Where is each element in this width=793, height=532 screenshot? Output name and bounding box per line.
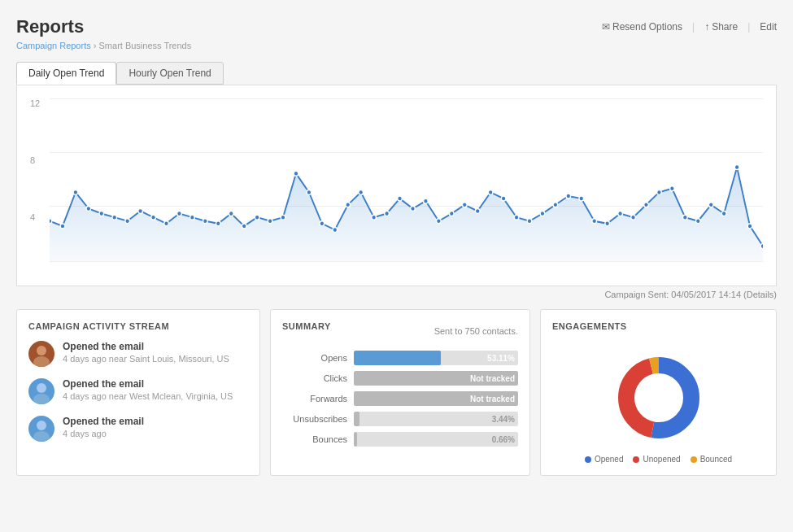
svg-point-59	[33, 394, 50, 404]
bar-track-clicks: Not tracked	[354, 371, 518, 386]
bar-value-opens: 53.11%	[487, 354, 515, 363]
tabs-container: Daily Open Trend Hourly Open Trend	[16, 62, 777, 85]
svg-point-26	[385, 211, 390, 216]
legend-bounced: Bounced	[691, 455, 732, 464]
summary-row-opens: Opens 53.11%	[282, 351, 518, 365]
svg-point-37	[527, 219, 532, 224]
share-icon: ↑	[704, 21, 709, 33]
chart-area: 12 8 4	[30, 98, 763, 277]
svg-point-16	[255, 215, 259, 220]
bottom-panels: CAMPAIGN ACTIVITY STREAM Opened the emai…	[16, 309, 777, 476]
svg-point-46	[644, 203, 649, 207]
y-axis: 12 8 4	[30, 98, 40, 277]
svg-point-31	[449, 211, 454, 216]
svg-point-52	[721, 211, 726, 216]
svg-point-12	[203, 219, 208, 224]
svg-point-18	[281, 215, 285, 220]
svg-point-56	[37, 346, 46, 355]
bar-fill-unsubscribes	[354, 412, 359, 426]
edit-button[interactable]: Edit	[760, 21, 777, 33]
donut-chart	[610, 349, 708, 447]
activity-list: Opened the email 4 days ago near Saint L…	[28, 341, 248, 453]
avatar-photo-icon	[28, 341, 54, 367]
activity-item-3: Opened the email 4 days ago	[28, 416, 248, 442]
svg-point-30	[437, 219, 442, 224]
svg-point-39	[553, 203, 558, 207]
svg-point-40	[566, 194, 571, 198]
svg-point-28	[411, 206, 416, 211]
bar-value-clicks: Not tracked	[470, 374, 515, 383]
activity-panel: CAMPAIGN ACTIVITY STREAM Opened the emai…	[16, 309, 260, 476]
bar-fill-bounces	[354, 432, 357, 447]
svg-point-15	[242, 224, 246, 229]
activity-item-3-content: Opened the email 4 days ago	[63, 416, 144, 438]
activity-item-1-content: Opened the email 4 days ago near Saint L…	[63, 341, 229, 364]
summary-label-forwards: Forwards	[282, 394, 347, 403]
svg-point-19	[294, 171, 298, 176]
svg-point-24	[359, 190, 364, 194]
summary-row-bounces: Bounces 0.66%	[282, 432, 518, 447]
svg-point-14	[229, 211, 233, 216]
activity-item-1-action: Opened the email	[63, 341, 229, 352]
summary-header: SUMMARY Sent to 750 contacts.	[282, 321, 518, 341]
engagements-panel: ENGAGEMENTS Opened	[540, 309, 777, 476]
svg-point-54	[747, 224, 752, 229]
svg-point-44	[618, 211, 623, 216]
svg-point-34	[488, 190, 493, 194]
bar-value-bounces: 0.66%	[492, 435, 515, 444]
legend-opened: Opened	[585, 455, 624, 464]
legend-label-bounced: Bounced	[700, 455, 732, 464]
summary-label-unsubscribes: Unsubscribes	[282, 414, 347, 424]
page-title: Reports	[16, 16, 84, 37]
svg-point-17	[268, 219, 272, 224]
svg-point-1	[60, 224, 65, 229]
svg-point-45	[631, 215, 636, 220]
summary-title: SUMMARY	[282, 321, 331, 331]
avatar-3	[28, 416, 54, 442]
svg-point-6	[125, 219, 130, 224]
bar-track-opens: 53.11%	[354, 351, 518, 365]
page-header: Reports ✉ Resend Options | ↑ Share | Edi…	[16, 16, 777, 37]
breadcrumb-current: Smart Business Trends	[99, 41, 192, 50]
legend-label-unopened: Unopened	[643, 455, 680, 464]
svg-point-10	[177, 211, 182, 216]
activity-item-1: Opened the email 4 days ago near Saint L…	[28, 341, 248, 367]
svg-point-11	[190, 215, 195, 220]
y-label-8: 8	[30, 155, 40, 165]
svg-point-22	[333, 228, 338, 233]
svg-point-29	[424, 198, 429, 203]
svg-point-60	[37, 421, 46, 430]
svg-point-50	[695, 219, 700, 224]
svg-point-2	[73, 190, 78, 194]
svg-point-21	[320, 221, 325, 226]
bar-fill-opens	[354, 351, 441, 365]
svg-point-53	[734, 165, 739, 170]
summary-label-bounces: Bounces	[282, 434, 347, 444]
page: Reports ✉ Resend Options | ↑ Share | Edi…	[0, 0, 793, 532]
summary-label-clicks: Clicks	[282, 373, 347, 383]
breadcrumb-parent[interactable]: Campaign Reports	[16, 41, 91, 50]
svg-point-35	[501, 196, 506, 201]
summary-row-clicks: Clicks Not tracked	[282, 371, 518, 386]
svg-point-58	[37, 383, 46, 393]
share-button[interactable]: ↑ Share	[704, 21, 738, 33]
bar-track-forwards: Not tracked	[354, 391, 518, 406]
resend-options-button[interactable]: ✉ Resend Options	[602, 21, 682, 33]
grid-line-bottom	[50, 261, 763, 262]
svg-point-13	[216, 221, 220, 226]
line-chart-svg	[50, 98, 763, 261]
svg-point-8	[151, 215, 156, 220]
summary-panel: SUMMARY Sent to 750 contacts. Opens 53.1…	[270, 309, 530, 476]
tab-hourly-open-trend[interactable]: Hourly Open Trend	[116, 62, 223, 85]
tab-daily-open-trend[interactable]: Daily Open Trend	[16, 62, 116, 85]
svg-point-42	[592, 219, 597, 224]
activity-item-1-detail: 4 days ago near Saint Louis, Missouri, U…	[63, 354, 229, 364]
legend-dot-unopened	[633, 456, 639, 463]
legend-label-opened: Opened	[595, 455, 624, 464]
svg-point-65	[636, 375, 682, 421]
svg-point-0	[50, 219, 52, 224]
svg-point-47	[657, 190, 662, 194]
y-label-4: 4	[30, 212, 40, 222]
y-label-12: 12	[30, 98, 40, 108]
breadcrumb: Campaign Reports › Smart Business Trends	[16, 41, 777, 50]
